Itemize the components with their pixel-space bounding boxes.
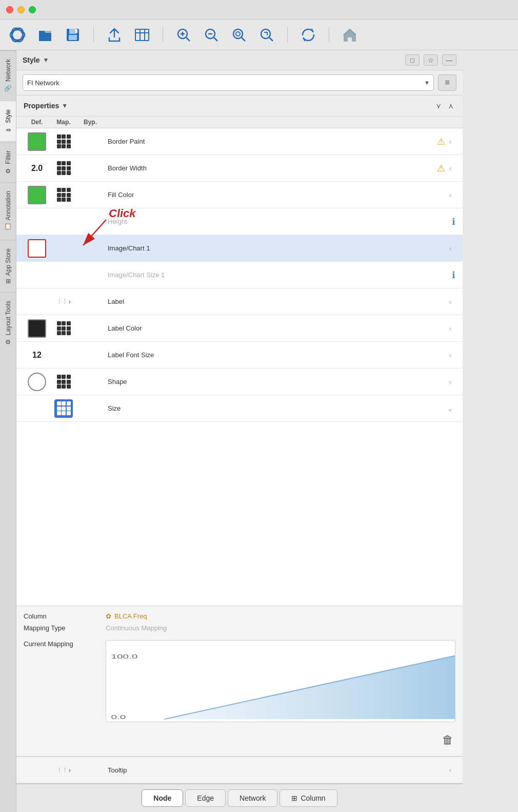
label-font-size-chevron[interactable]: ‹ xyxy=(445,351,455,359)
border-paint-map[interactable] xyxy=(50,134,77,148)
annotation-tab-icon: 📋 xyxy=(5,224,12,231)
sidebar-item-appstore[interactable]: ⊞ App Store xyxy=(0,240,16,292)
panel-title-dropdown[interactable]: ▼ xyxy=(43,56,49,64)
prop-row-image-chart-1[interactable]: Click Image/Chart 1 xyxy=(16,235,463,262)
label-color-def[interactable] xyxy=(24,319,50,338)
tab-network[interactable]: Network xyxy=(228,789,277,807)
tooltip-chevron[interactable]: ‹ xyxy=(445,766,455,774)
size-map[interactable] xyxy=(50,399,77,418)
prop-row-label-font-size[interactable]: 12 Label Font Size ‹ xyxy=(16,342,463,369)
prop-row-size[interactable]: Size ⌄ xyxy=(16,395,463,422)
properties-collapse-all-btn[interactable]: ⋎ xyxy=(434,101,443,111)
zoom-fit-icon[interactable] xyxy=(230,26,248,44)
border-width-warning-icon: ⚠ xyxy=(437,163,445,174)
fill-color-chevron[interactable]: ‹ xyxy=(445,191,455,199)
properties-dropdown[interactable]: ▼ xyxy=(62,102,68,109)
table-icon[interactable] xyxy=(133,26,151,44)
fill-color-def[interactable] xyxy=(24,186,50,204)
layouttools-tab-icon: ⚙ xyxy=(5,338,12,345)
panel-window-btn[interactable]: □ xyxy=(405,54,420,66)
network-tab-label: Network xyxy=(5,59,12,82)
fill-color-map[interactable] xyxy=(50,188,77,202)
close-button[interactable] xyxy=(6,6,13,13)
tooltip-map[interactable]: ⋮⋮› xyxy=(50,766,77,774)
border-paint-chevron[interactable]: ‹ xyxy=(445,138,455,146)
sidebar-item-layouttools[interactable]: ⚙ Layout Tools xyxy=(0,292,16,354)
prop-row-label-color[interactable]: Label Color ‹ xyxy=(16,315,463,342)
home-icon[interactable] xyxy=(341,26,359,44)
open-icon[interactable] xyxy=(36,26,54,44)
border-paint-def[interactable] xyxy=(24,132,50,151)
border-width-map-icon xyxy=(57,161,71,175)
sidebar-item-network[interactable]: 🔗 Network xyxy=(0,50,16,101)
shape-def[interactable] xyxy=(24,373,50,391)
delete-mapping-button[interactable]: 🗑 xyxy=(442,733,453,747)
shape-map[interactable] xyxy=(50,375,77,389)
panel-collapse-btn[interactable]: — xyxy=(442,54,456,66)
image-chart-1-chevron[interactable]: ‹ xyxy=(445,244,455,253)
sidebar-item-annotation[interactable]: 📋 Annotation xyxy=(0,182,16,239)
zoom-out-icon[interactable] xyxy=(202,26,221,44)
image-chart-1-swatch[interactable] xyxy=(28,239,46,258)
zoom-in-icon[interactable] xyxy=(174,26,193,44)
refresh-icon[interactable] xyxy=(299,26,317,44)
prop-row-label[interactable]: ⋮⋮› Label ‹ xyxy=(16,288,463,315)
prop-row-border-width[interactable]: 2.0 Border Width ⚠ ‹ xyxy=(16,155,463,182)
border-paint-color-swatch[interactable] xyxy=(28,132,46,151)
style-panel: Style ▼ □ ☆ — FI Network ▼ ≡ Properties xyxy=(16,50,463,812)
zoom-reset-icon[interactable] xyxy=(257,26,276,44)
column-tab-icon: ⊞ xyxy=(291,794,297,802)
prop-row-shape[interactable]: Shape ‹ xyxy=(16,369,463,395)
current-mapping-chart-area: 100.0 0.0 0.00 0.50 xyxy=(106,636,455,726)
sidebar-item-style[interactable]: ✏ Style xyxy=(0,101,16,142)
shape-map-icon xyxy=(57,375,71,389)
network-selector-wrapper[interactable]: FI Network ▼ xyxy=(23,74,434,91)
logo-icon[interactable] xyxy=(8,26,27,44)
tab-edge[interactable]: Edge xyxy=(185,789,226,807)
network-select[interactable]: FI Network xyxy=(23,74,434,91)
column-tab-label: Column xyxy=(301,794,325,802)
network-menu-button[interactable]: ≡ xyxy=(438,74,456,91)
maximize-button[interactable] xyxy=(29,6,36,13)
border-paint-map-icon xyxy=(57,134,71,148)
panel-header: Style ▼ □ ☆ — xyxy=(16,50,463,70)
tab-node[interactable]: Node xyxy=(142,789,183,807)
size-map-icon[interactable] xyxy=(54,399,73,418)
mapping-type-row: Mapping Type Continuous Mapping xyxy=(24,624,455,632)
border-width-def[interactable]: 2.0 xyxy=(24,164,50,173)
annotation-tab-label: Annotation xyxy=(5,191,12,220)
prop-row-tooltip[interactable]: ⋮⋮› Tooltip ‹ xyxy=(16,757,463,783)
label-font-size-def[interactable]: 12 xyxy=(24,351,50,360)
minimize-button[interactable] xyxy=(17,6,25,13)
prop-row-border-paint[interactable]: Border Paint ⚠ ‹ xyxy=(16,128,463,155)
shape-chevron[interactable]: ‹ xyxy=(445,378,455,386)
current-mapping-label: Current Mapping xyxy=(24,636,106,648)
image-chart-size-label: Image/Chart Size 1 xyxy=(104,271,452,279)
save-icon[interactable] xyxy=(64,26,82,44)
border-width-chevron[interactable]: ‹ xyxy=(445,164,455,172)
border-width-label: Border Width xyxy=(104,164,437,172)
share-icon[interactable] xyxy=(105,26,124,44)
col-def-header: Def. xyxy=(24,119,50,126)
border-width-map[interactable] xyxy=(50,161,77,175)
label-color-swatch[interactable] xyxy=(28,319,46,338)
left-sidebar: 🔗 Network ✏ Style ⚙ Filter 📋 Annotation … xyxy=(0,50,16,812)
label-color-map[interactable] xyxy=(50,321,77,335)
label-color-chevron[interactable]: ‹ xyxy=(445,324,455,333)
prop-row-fill-color[interactable]: Fill Color ‹ xyxy=(16,182,463,208)
col-byp-header: Byp. xyxy=(77,119,104,126)
shape-swatch[interactable] xyxy=(28,373,46,391)
fill-color-swatch[interactable] xyxy=(28,186,46,204)
label-chevron[interactable]: ‹ xyxy=(445,298,455,306)
image-chart-1-def[interactable] xyxy=(24,239,50,258)
style-tab-icon: ✏ xyxy=(5,126,12,133)
size-chevron-down[interactable]: ⌄ xyxy=(445,404,455,413)
prop-row-height[interactable]: Height ℹ xyxy=(16,208,463,235)
sidebar-item-filter[interactable]: ⚙ Filter xyxy=(0,142,16,183)
tab-column[interactable]: ⊞ Column xyxy=(280,789,337,807)
properties-expand-all-btn[interactable]: ⋏ xyxy=(446,101,455,111)
panel-pin-btn[interactable]: ☆ xyxy=(424,54,438,66)
label-map[interactable]: ⋮⋮› xyxy=(50,298,77,305)
mapping-chart[interactable]: 100.0 0.0 0.00 0.50 xyxy=(106,640,455,722)
prop-row-image-chart-size-1[interactable]: Image/Chart Size 1 ℹ xyxy=(16,262,463,288)
